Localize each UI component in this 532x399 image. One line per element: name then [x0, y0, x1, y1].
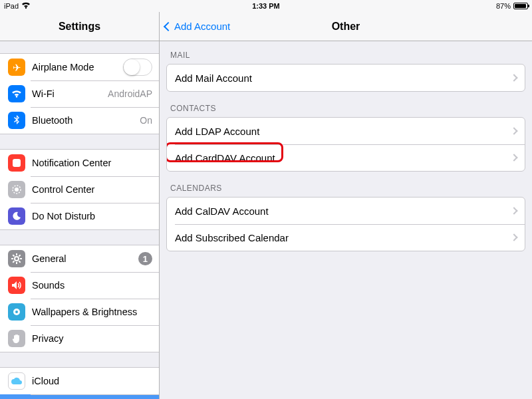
sidebar-item-label: iCloud [32, 376, 152, 386]
chevron-left-icon [164, 21, 173, 31]
sidebar-item-dnd[interactable]: Do Not Disturb [0, 203, 159, 229]
gear-icon [8, 250, 25, 267]
cell-label: Add Subscribed Calendar [175, 232, 511, 243]
svg-line-8 [19, 261, 21, 263]
chevron-right-icon [510, 154, 517, 161]
svg-point-12 [15, 311, 18, 313]
battery-icon [513, 3, 528, 9]
cell-add-caldav-account[interactable]: Add CalDAV Account [167, 198, 525, 224]
sidebar-item-label: Wi-Fi [32, 88, 108, 99]
sidebar-item-label: Control Center [32, 184, 152, 195]
sidebar-item-control-center[interactable]: Control Center [0, 176, 159, 203]
cloud-icon [8, 372, 25, 390]
wifi-icon [8, 85, 25, 102]
speaker-icon [8, 277, 25, 294]
sidebar-item-wallpapers[interactable]: Wallpapers & Brightness [0, 299, 159, 325]
back-label: Add Account [174, 21, 230, 32]
hand-icon [8, 330, 25, 347]
sidebar-item-icloud[interactable]: iCloud [0, 368, 159, 394]
chevron-right-icon [510, 127, 517, 134]
sidebar-item-detail: AndroidAP [108, 88, 152, 99]
cell-add-mail-account[interactable]: Add Mail Account [167, 65, 525, 91]
svg-point-0 [15, 188, 19, 192]
settings-sidebar: Settings ✈ Airplane Mode Wi-Fi AndroidAP [0, 12, 160, 399]
airplane-toggle[interactable] [123, 59, 152, 76]
sidebar-group: ✈ Airplane Mode Wi-Fi AndroidAP Bluetoot… [0, 53, 159, 134]
section-header-contacts: CONTACTS [160, 92, 532, 117]
chevron-right-icon [510, 74, 517, 81]
sidebar-item-label: Sounds [32, 280, 152, 291]
cell-add-ldap-account[interactable]: Add LDAP Account [167, 118, 525, 144]
wallpaper-icon [8, 303, 25, 321]
sidebar-navbar: Settings [0, 12, 159, 41]
sidebar-item-general[interactable]: General 1 [0, 245, 159, 272]
sidebar-item-label: Notification Center [32, 158, 152, 168]
section-header-mail: MAIL [160, 41, 532, 64]
detail-title: Other [332, 21, 360, 33]
sidebar-item-bluetooth[interactable]: Bluetooth On [0, 107, 159, 134]
sidebar-group: iCloud Mail, Contacts, Calendars Notes [0, 367, 159, 399]
sidebar-item-label: General [32, 253, 138, 264]
sidebar-item-label: Airplane Mode [32, 62, 123, 72]
device-label: iPad [4, 2, 19, 10]
back-button[interactable]: Add Account [165, 21, 230, 32]
sidebar-item-label: Bluetooth [32, 115, 140, 126]
detail-navbar: Add Account Other [160, 12, 532, 41]
cell-add-subscribed-calendar[interactable]: Add Subscribed Calendar [167, 224, 525, 251]
sidebar-group: General 1 Sounds Wallpapers & Brightness [0, 245, 159, 352]
sidebar-item-sounds[interactable]: Sounds [0, 272, 159, 299]
sidebar-item-privacy[interactable]: Privacy [0, 325, 159, 352]
bluetooth-icon [8, 112, 25, 129]
cell-label: Add CalDAV Account [175, 205, 511, 217]
cell-label: Add CardDAV Account [175, 152, 511, 164]
sidebar-group: Notification Center Control Center Do No… [0, 149, 159, 230]
sidebar-item-label: Wallpapers & Brightness [32, 307, 152, 317]
sidebar-item-label: Privacy [32, 333, 152, 344]
sidebar-item-label: Do Not Disturb [32, 211, 152, 221]
svg-line-7 [13, 255, 14, 256]
cell-group-mail: Add Mail Account [166, 64, 525, 92]
cell-add-carddav-account[interactable]: Add CardDAV Account [167, 144, 525, 171]
badge: 1 [138, 252, 152, 265]
svg-point-2 [15, 257, 19, 261]
svg-line-9 [13, 261, 14, 263]
sidebar-item-airplane[interactable]: ✈ Airplane Mode [0, 54, 159, 80]
moon-icon [8, 207, 25, 225]
cell-group-contacts: Add LDAP Account Add CardDAV Account [166, 117, 525, 172]
battery-percent: 87% [496, 2, 511, 10]
clock: 1:33 PM [252, 2, 280, 10]
sidebar-item-detail: On [140, 115, 152, 126]
wifi-status-icon [21, 2, 31, 10]
sidebar-title: Settings [59, 21, 100, 33]
chevron-right-icon [510, 233, 517, 241]
cell-group-calendars: Add CalDAV Account Add Subscribed Calend… [166, 197, 525, 251]
airplane-icon: ✈ [8, 59, 25, 76]
sidebar-item-notification-center[interactable]: Notification Center [0, 150, 159, 176]
control-center-icon [8, 181, 25, 198]
status-bar: iPad 1:33 PM 87% [0, 0, 532, 12]
sidebar-item-wifi[interactable]: Wi-Fi AndroidAP [0, 80, 159, 107]
cell-label: Add LDAP Account [175, 126, 511, 137]
chevron-right-icon [510, 207, 517, 214]
sidebar-item-mail-contacts-calendars[interactable]: Mail, Contacts, Calendars [0, 394, 159, 399]
cell-label: Add Mail Account [175, 72, 511, 84]
section-header-calendars: CALENDARS [160, 172, 532, 197]
svg-line-10 [19, 255, 21, 256]
detail-pane: Add Account Other MAIL Add Mail Account … [160, 12, 532, 399]
notification-icon [8, 154, 25, 172]
